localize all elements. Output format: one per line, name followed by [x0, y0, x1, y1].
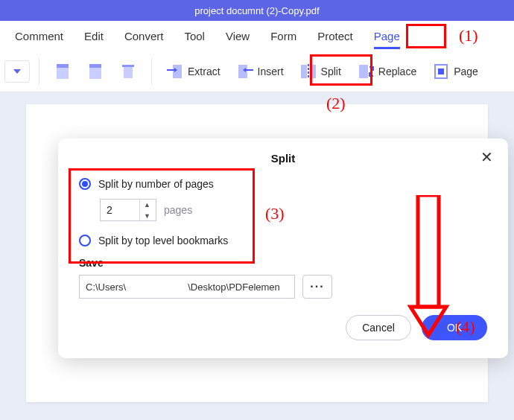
svg-rect-3 [89, 64, 101, 68]
chevron-up-icon: ▲ [144, 201, 150, 209]
svg-rect-10 [246, 69, 253, 71]
menu-protect[interactable]: Protect [307, 21, 364, 51]
unit-label: pages [164, 204, 192, 216]
svg-rect-15 [359, 65, 368, 78]
option-label: Split by number of pages [98, 178, 214, 190]
ellipsis-icon: ··· [310, 280, 324, 293]
toolbar-label: Extract [188, 66, 220, 77]
divider [151, 58, 152, 85]
save-row: ··· [79, 275, 487, 299]
spinner-up[interactable]: ▲ [140, 199, 154, 210]
page-icon [54, 63, 71, 80]
menu-comment[interactable]: Comment [4, 21, 74, 51]
replace-icon [358, 63, 374, 80]
toolbar-extract[interactable]: Extract [161, 55, 226, 88]
spinner-down[interactable]: ▼ [140, 210, 154, 221]
spinner: ▲ ▼ [139, 199, 154, 221]
dialog-title: Split [79, 152, 487, 165]
toolbar-label: Replace [378, 66, 416, 77]
toolbar-page-label[interactable]: Page [427, 55, 484, 88]
insert-icon [237, 63, 253, 80]
svg-rect-13 [310, 65, 316, 78]
button-label: OK [447, 322, 462, 334]
save-section-label: Save [79, 257, 487, 269]
menu-edit[interactable]: Edit [74, 21, 114, 51]
menu-page[interactable]: Page [364, 21, 410, 51]
toolbar-replace[interactable]: Replace [352, 55, 422, 88]
svg-rect-5 [122, 65, 134, 67]
menu-tool[interactable]: Tool [174, 21, 215, 51]
svg-rect-1 [57, 64, 69, 68]
chevron-down-icon: ▼ [144, 212, 150, 220]
menu-view[interactable]: View [215, 21, 260, 51]
toolbar-dropdown[interactable] [4, 60, 30, 83]
menu-convert[interactable]: Convert [114, 21, 174, 51]
page-label-icon [433, 63, 449, 80]
option-label: Split by top level bookmarks [98, 235, 228, 246]
page-count-row: ▲ ▼ pages [100, 199, 487, 221]
title-bar: project documnt (2)-Copy.pdf [0, 0, 514, 21]
dialog-actions: Cancel OK [79, 315, 487, 340]
toolbar-thumb-1[interactable] [48, 55, 77, 88]
close-icon: ✕ [480, 148, 493, 166]
svg-rect-4 [124, 67, 133, 78]
toolbar-delete[interactable] [114, 55, 142, 88]
svg-rect-6 [173, 65, 182, 78]
svg-rect-7 [167, 69, 174, 71]
svg-rect-9 [238, 65, 247, 78]
divider [39, 58, 39, 85]
split-icon [300, 63, 317, 80]
dialog-close-button[interactable]: ✕ [478, 149, 495, 165]
menu-form[interactable]: Form [260, 21, 307, 51]
save-path-input[interactable] [79, 275, 295, 299]
cancel-button[interactable]: Cancel [346, 315, 411, 340]
toolbar: Extract Insert Split Replace Page [0, 51, 514, 92]
svg-rect-12 [301, 65, 307, 78]
toolbar-label: Insert [258, 66, 284, 77]
chevron-down-icon [13, 69, 21, 74]
svg-rect-17 [438, 69, 444, 74]
page-count-input[interactable] [101, 204, 139, 216]
ok-button[interactable]: OK [422, 315, 487, 340]
button-label: Cancel [362, 322, 395, 334]
extract-icon [167, 63, 183, 80]
page-icon [87, 63, 104, 80]
option-split-by-bookmarks[interactable]: Split by top level bookmarks [79, 235, 487, 246]
toolbar-split[interactable]: Split [294, 55, 347, 88]
page-count-input-wrapper: ▲ ▼ [100, 199, 156, 221]
toolbar-thumb-2[interactable] [81, 55, 110, 88]
document-title: project documnt (2)-Copy.pdf [194, 5, 319, 16]
menu-bar: Comment Edit Convert Tool View Form Prot… [0, 21, 514, 51]
split-dialog: Split ✕ Split by number of pages ▲ ▼ pag… [58, 139, 508, 358]
option-split-by-pages[interactable]: Split by number of pages [79, 178, 487, 190]
browse-button[interactable]: ··· [302, 275, 332, 299]
radio-icon [79, 178, 91, 190]
toolbar-label: Page [454, 66, 478, 77]
radio-icon [79, 235, 91, 246]
toolbar-insert[interactable]: Insert [231, 55, 290, 88]
trash-icon [120, 63, 136, 80]
toolbar-label: Split [321, 66, 341, 77]
